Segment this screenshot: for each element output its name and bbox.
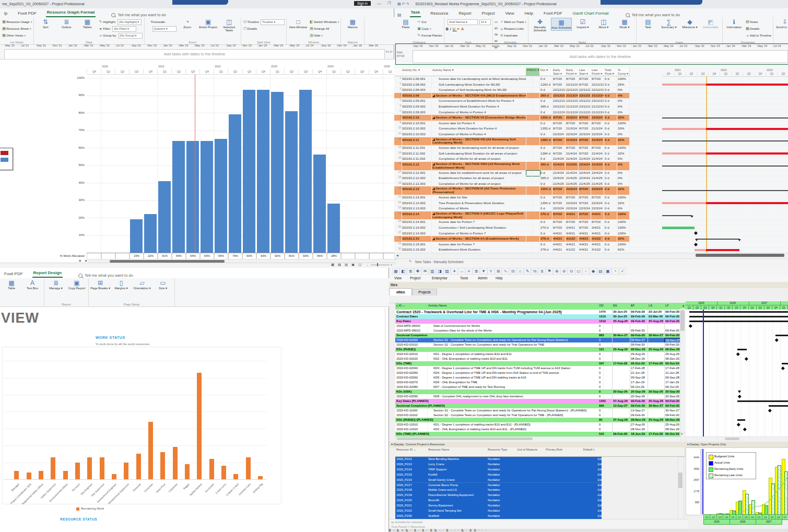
- task-cell[interactable]: Completion of Works for all areas of pro…: [431, 181, 533, 187]
- p6-column-activity-name[interactable]: Activity Name: [427, 303, 598, 310]
- task-cell[interactable]: Completion of Works in Portion 7: [431, 231, 533, 237]
- p6-date-cell[interactable]: 08-Dec-26: [664, 427, 680, 432]
- task-cell[interactable]: 0%: [617, 175, 630, 181]
- p6-date-cell[interactable]: [648, 357, 665, 361]
- p6-date-cell[interactable]: 08-Dec-26: [664, 418, 680, 422]
- resource-id[interactable]: 1520_P222: [395, 509, 427, 514]
- task-row-id[interactable]: SD193.2.15.001: [401, 242, 432, 247]
- menu-view[interactable]: View: [394, 276, 402, 280]
- task-cell[interactable]: 0 d: [539, 156, 552, 162]
- p6-date-cell[interactable]: [648, 371, 665, 375]
- task-row-id[interactable]: SD193.2.10.001: [401, 121, 432, 126]
- no-filter-value[interactable]: [No Filter] ▾: [112, 26, 136, 32]
- task-cell[interactable]: 1354 d: [539, 186, 552, 195]
- p6-activity-name[interactable]: KD3 - Degree 1 completion of TME UP and …: [427, 366, 604, 371]
- task-cell[interactable]: 100%: [617, 76, 630, 82]
- summary-button[interactable]: ∑Summary ▾: [659, 18, 679, 30]
- tab-project[interactable]: Project: [480, 10, 496, 17]
- p6-toolbar-icon-3[interactable]: ✚: [414, 268, 421, 275]
- p6-toolbar-icon-16[interactable]: ⊟: [509, 268, 516, 275]
- task-cell[interactable]: 8/7/20: [578, 211, 591, 220]
- p6-toolbar-icon-27[interactable]: ◆: [590, 268, 597, 275]
- task-cell[interactable]: 33%: [617, 115, 630, 121]
- p6-date-cell[interactable]: [612, 394, 630, 399]
- task-cell[interactable]: 8/7/20: [552, 137, 566, 146]
- task-cell[interactable]: 4/4/21: [578, 242, 591, 247]
- p6-activity-id[interactable]: 1520-KD-02010: [395, 352, 428, 357]
- task-row-id[interactable]: SD193.2.09.001: [401, 98, 432, 104]
- p6-date-cell[interactable]: [664, 324, 680, 328]
- p6-date-cell[interactable]: 30-Nov-27: [612, 333, 630, 338]
- task-cell[interactable]: 4/4/21: [552, 231, 566, 237]
- task-cell[interactable]: 8/7/20: [578, 121, 591, 126]
- resource-id[interactable]: 1520_P212: [395, 457, 427, 462]
- p6-activity-id[interactable]: 1520-KD-02040: [395, 366, 428, 371]
- p6-date-cell[interactable]: 30-Jun-25: [612, 310, 630, 314]
- font-size-combo[interactable]: 10 ▾: [479, 19, 491, 25]
- task-cell[interactable]: 0 d: [604, 195, 617, 200]
- task-cell[interactable]: Completion of Works: [431, 206, 533, 211]
- p6-date-cell[interactable]: 18-Jun-29: [630, 432, 648, 436]
- task-cell[interactable]: 33%: [617, 126, 630, 132]
- resource-type[interactable]: Nonlabor: [487, 467, 516, 472]
- p6-date-cell[interactable]: 09-Feb-30: [664, 314, 680, 319]
- p6-date-cell[interactable]: [612, 324, 630, 328]
- tab-resource-graph-format[interactable]: Resource Graph Format: [46, 9, 96, 17]
- task-cell[interactable]: ◢ Section of Works - SECTION VIII [All R…: [431, 137, 526, 146]
- p6-activity-name[interactable]: KD2 - OHL Energization of stabling track…: [427, 357, 604, 361]
- res-vscroll-track[interactable]: [678, 457, 684, 520]
- p6-date-cell[interactable]: 25-Aug-26: [648, 319, 665, 324]
- p6-toolbar-icon-13[interactable]: Y: [487, 268, 495, 275]
- p6-date-cell[interactable]: [612, 366, 630, 371]
- p6-date-cell[interactable]: [612, 385, 630, 389]
- res-column-resource-type[interactable]: Resource Type: [487, 447, 516, 457]
- task-cell[interactable]: 21/12/24: [578, 110, 591, 115]
- resource-name[interactable]: Slew Bending Machine: [427, 457, 487, 462]
- p6-toolbar-icon-5[interactable]: ▥: [429, 268, 436, 275]
- resource-type[interactable]: Nonlabor: [487, 483, 516, 488]
- p6-group-row-name[interactable]: Sectional Completion: [395, 333, 598, 338]
- task-cell[interactable]: 26%: [617, 82, 630, 88]
- task-cell[interactable]: 22/3/24: [591, 206, 604, 211]
- arrange-all-control[interactable]: ▤Arrange All: [309, 26, 339, 32]
- p6-date-cell[interactable]: 09-Feb-30: [630, 404, 648, 408]
- task-cell[interactable]: 4/4/21: [552, 247, 566, 253]
- zoom-slider[interactable]: [371, 265, 390, 265]
- p6-date-cell[interactable]: 522: [598, 432, 613, 436]
- task-cell[interactable]: 21/12/24: [591, 93, 604, 99]
- task-row-id[interactable]: SD193.2.08.001: [401, 76, 432, 82]
- p6-date-cell[interactable]: 06-Oct-29: [630, 361, 648, 366]
- task-row-id[interactable]: SD193.2.12.002: [401, 175, 432, 181]
- add-to-timeline-control[interactable]: ≡Add to Timeline: [745, 32, 771, 39]
- p6-date-cell[interactable]: 1019: [598, 319, 613, 324]
- task-cell[interactable]: 100%: [617, 211, 630, 220]
- resource-id[interactable]: 1520_P213: [395, 462, 427, 467]
- task-cell[interactable]: 0 d: [604, 236, 617, 242]
- quarters-value[interactable]: Quarters ▾: [152, 26, 177, 32]
- timeline-value[interactable]: Timeline ▾: [261, 19, 285, 25]
- task-row-id[interactable]: SD193.2.09.003: [401, 110, 432, 115]
- tables-button[interactable]: ▦Tables: [77, 18, 97, 30]
- tr-qat-save-icon[interactable]: ▤: [397, 2, 401, 6]
- task-cell[interactable]: 0 d: [604, 110, 617, 115]
- task-cell[interactable]: 8/7/20: [578, 186, 591, 195]
- task-cell[interactable]: 4/4/21: [591, 242, 604, 247]
- column-header-early-finish[interactable]: Early Finish ▾: [565, 68, 579, 76]
- task-cell[interactable]: 23/12/23: [552, 98, 566, 104]
- p6-activity-id[interactable]: 1520-KD-02080: [395, 385, 428, 389]
- manually-schedule-button[interactable]: ✚Manually Schedule: [530, 18, 550, 33]
- task-cell[interactable]: 22/4/24: [552, 175, 566, 181]
- task-row-id[interactable]: SD193.2.12: [401, 162, 432, 170]
- p6-date-cell[interactable]: 09-Feb-30: [630, 310, 648, 314]
- p6-date-cell[interactable]: 0: [598, 324, 613, 328]
- p6-date-cell[interactable]: 08-Dec-26: [664, 347, 680, 352]
- task-cell[interactable]: 8/7/20: [591, 145, 604, 151]
- p6-group-row-name[interactable]: Contract 1520 - Trackwork & Overhead Lin…: [395, 310, 598, 314]
- task-cell[interactable]: Commencement of Establishment Work for P…: [431, 98, 533, 104]
- column-header-late-start[interactable]: Late Start ▾: [578, 68, 591, 76]
- resource-name[interactable]: TRIP Support: [427, 467, 487, 472]
- task-cell[interactable]: 23/12/23: [578, 98, 591, 104]
- task-cell[interactable]: 0 d: [539, 110, 552, 115]
- task-cell[interactable]: 100%: [617, 231, 630, 237]
- p6-activity-id[interactable]: 1520-KD-12010: [395, 422, 428, 427]
